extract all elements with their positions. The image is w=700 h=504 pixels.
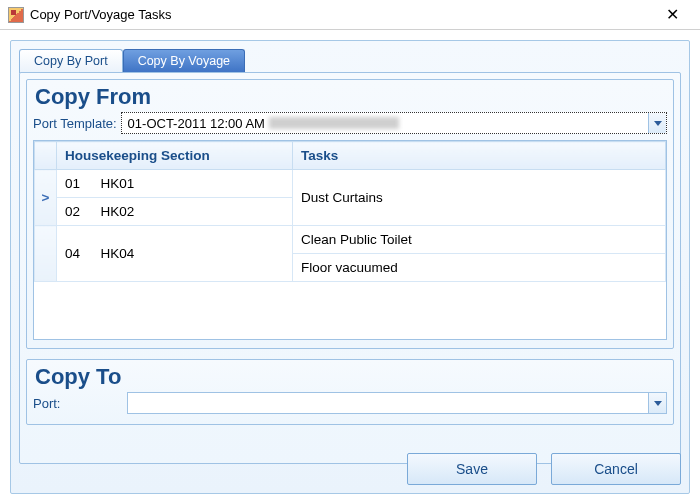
port-value (128, 393, 648, 413)
cancel-button[interactable]: Cancel (551, 453, 681, 485)
dialog-body: Copy By Port Copy By Voyage Copy From Po… (10, 40, 690, 494)
row-code: 01 (57, 170, 93, 198)
chevron-down-icon (654, 121, 662, 126)
port-template-dropdown-button[interactable] (648, 113, 666, 133)
tab-copy-by-voyage[interactable]: Copy By Voyage (123, 49, 245, 73)
grid-header-indicator (35, 142, 57, 170)
row-task: Clean Public Toilet (293, 226, 666, 254)
row-indicator: > (35, 170, 57, 226)
table-row[interactable]: 04 HK04 Clean Public Toilet (35, 226, 666, 254)
app-icon (8, 7, 24, 23)
port-template-combo[interactable]: 01-OCT-2011 12:00 AM (121, 112, 667, 134)
copy-to-heading: Copy To (35, 364, 667, 390)
titlebar: Copy Port/Voyage Tasks ✕ (0, 0, 700, 30)
row-task: Floor vacuumed (293, 254, 666, 282)
tasks-grid: Housekeeping Section Tasks > 01 HK01 Dus… (33, 140, 667, 340)
row-code: 02 (57, 198, 93, 226)
chevron-down-icon (654, 401, 662, 406)
port-combo[interactable] (127, 392, 667, 414)
copy-from-panel: Copy From Port Template: 01-OCT-2011 12:… (26, 79, 674, 349)
window-title: Copy Port/Voyage Tasks (30, 7, 171, 22)
table-row[interactable]: > 01 HK01 Dust Curtains (35, 170, 666, 198)
port-dropdown-button[interactable] (648, 393, 666, 413)
dialog-footer: Save Cancel (407, 453, 681, 485)
tab-content: Copy From Port Template: 01-OCT-2011 12:… (19, 72, 681, 464)
close-icon[interactable]: ✕ (652, 5, 692, 24)
save-button[interactable]: Save (407, 453, 537, 485)
copy-to-panel: Copy To Port: (26, 359, 674, 425)
row-indicator (35, 226, 57, 282)
row-task: Dust Curtains (293, 170, 666, 226)
row-section: HK02 (93, 198, 293, 226)
port-template-value: 01-OCT-2011 12:00 AM (122, 113, 648, 133)
row-section: HK01 (93, 170, 293, 198)
copy-from-heading: Copy From (35, 84, 667, 110)
row-code: 04 (57, 226, 93, 282)
port-label: Port: (33, 396, 123, 411)
row-section: HK04 (93, 226, 293, 282)
grid-header-section[interactable]: Housekeeping Section (57, 142, 293, 170)
tab-copy-by-port[interactable]: Copy By Port (19, 49, 123, 73)
grid-header-tasks[interactable]: Tasks (293, 142, 666, 170)
tabstrip: Copy By Port Copy By Voyage (19, 49, 681, 73)
port-template-label: Port Template: (33, 116, 117, 131)
grid-header-row: Housekeeping Section Tasks (35, 142, 666, 170)
